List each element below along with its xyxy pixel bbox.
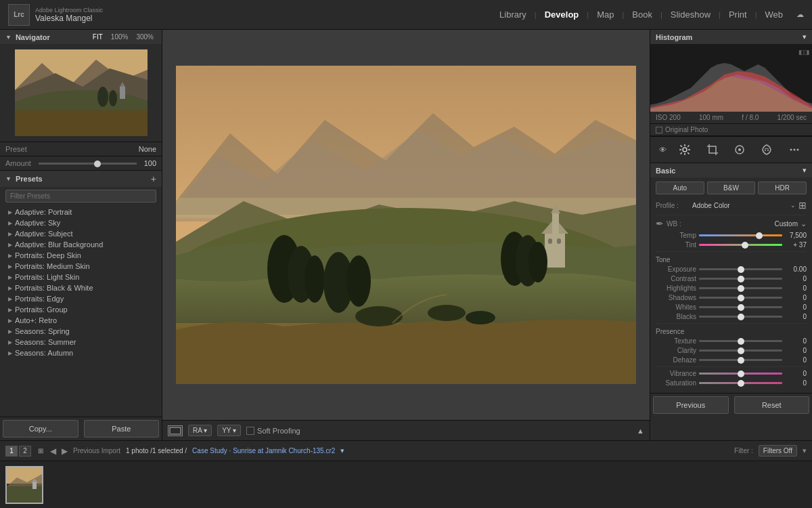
shadows-slider[interactable] — [699, 297, 782, 299]
list-item[interactable]: ▶ Portraits: Edgy — [0, 293, 162, 304]
vibrance-slider[interactable] — [699, 373, 782, 375]
texture-thumb[interactable] — [738, 338, 744, 345]
paste-button[interactable]: Paste — [84, 420, 160, 438]
soft-proofing-checkbox[interactable] — [246, 427, 254, 435]
saturation-slider[interactable] — [699, 382, 782, 384]
exposure-slider[interactable] — [699, 268, 782, 270]
page-numbers: 1 2 — [5, 446, 31, 457]
list-item[interactable]: ▶ Adaptive: Blur Background — [0, 239, 162, 250]
contrast-thumb[interactable] — [738, 276, 744, 282]
nav-map[interactable]: Map — [590, 7, 621, 22]
crop-tool-icon[interactable] — [704, 141, 721, 158]
exposure-thumb[interactable] — [738, 266, 744, 273]
list-item[interactable]: ▶ Portraits: Group — [0, 304, 162, 315]
list-item[interactable]: ▶ Portraits: Black & White — [0, 282, 162, 293]
texture-label: Texture — [656, 337, 696, 345]
toolbar-expand-button[interactable]: ▲ — [637, 427, 644, 435]
wb-dropdown-icon[interactable]: ⌄ — [800, 219, 807, 228]
list-item[interactable]: ▶ Adaptive: Portrait — [0, 207, 162, 217]
vibrance-thumb[interactable] — [738, 371, 744, 377]
previous-button[interactable]: Previous — [653, 396, 729, 414]
grid-view-button[interactable]: ⊞ — [37, 446, 45, 456]
case-study-link[interactable]: Case Study · Sunrise at Jamnik Church-13… — [192, 447, 335, 454]
zoom-fit[interactable]: FIT — [90, 33, 106, 41]
whites-thumb[interactable] — [738, 304, 744, 311]
list-item[interactable]: ▶ Seasons: Spring — [0, 326, 162, 337]
shadows-thumb[interactable] — [738, 295, 744, 301]
hdr-button[interactable]: HDR — [758, 182, 807, 194]
list-item[interactable]: ▶ Portraits: Deep Skin — [0, 250, 162, 261]
original-photo-checkbox[interactable] — [656, 127, 662, 133]
nav-print[interactable]: Print — [722, 7, 754, 22]
presets-header[interactable]: ▼ Presets + — [0, 171, 162, 187]
dehaze-slider[interactable] — [699, 359, 782, 361]
copy-button[interactable]: Copy... — [3, 420, 78, 438]
basic-header[interactable]: Basic ▾ — [650, 163, 812, 177]
nav-slideshow[interactable]: Slideshow — [664, 7, 717, 22]
tint-slider[interactable] — [699, 244, 782, 246]
temp-slider[interactable] — [699, 234, 782, 236]
dehaze-thumb[interactable] — [738, 357, 744, 364]
filter-arrow[interactable]: ▾ — [803, 446, 807, 455]
prev-nav-button[interactable]: ◀ — [50, 446, 56, 456]
zoom-100[interactable]: 100% — [108, 33, 131, 41]
mask-tool-icon[interactable] — [758, 141, 775, 158]
filmstrip-thumbnail[interactable] — [5, 466, 43, 504]
yy-button[interactable]: YY ▾ — [217, 425, 241, 436]
svg-point-8 — [97, 87, 108, 107]
blacks-thumb[interactable] — [738, 314, 744, 320]
list-item[interactable]: ▶ Portraits: Light Skin — [0, 272, 162, 282]
list-item[interactable]: ▶ Portraits: Medium Skin — [0, 261, 162, 272]
next-nav-button[interactable]: ▶ — [62, 446, 68, 456]
profile-grid-icon[interactable]: ⊞ — [798, 200, 807, 211]
list-item[interactable]: ▶ Adaptive: Subject — [0, 228, 162, 239]
ratio-button[interactable]: RA ▾ — [188, 425, 212, 436]
nav-library[interactable]: Library — [493, 7, 533, 22]
navigator-header[interactable]: ▼ Navigator FIT 100% 300% — [0, 30, 162, 44]
profile-dropdown[interactable]: ⌄ — [790, 202, 796, 209]
healing-tool-icon[interactable] — [731, 141, 748, 158]
saturation-thumb[interactable] — [738, 380, 744, 387]
basic-chevron: ▾ — [803, 166, 807, 175]
clarity-slider[interactable] — [699, 350, 782, 352]
amount-slider[interactable] — [39, 163, 137, 165]
nav-develop[interactable]: Develop — [538, 7, 586, 22]
list-item[interactable]: ▶ Seasons: Autumn — [0, 347, 162, 358]
highlights-slider[interactable] — [699, 287, 782, 289]
whites-slider[interactable] — [699, 306, 782, 308]
blacks-slider[interactable] — [699, 316, 782, 318]
vibrance-label: Vibrance — [656, 370, 696, 377]
list-item[interactable]: ▶ Auto+: Retro — [0, 315, 162, 326]
contrast-slider[interactable] — [699, 278, 782, 280]
page-2[interactable]: 2 — [19, 446, 31, 457]
clarity-thumb[interactable] — [738, 347, 744, 354]
soft-proofing-toggle[interactable]: Soft Proofing — [246, 427, 300, 435]
frame-button[interactable] — [168, 425, 183, 436]
list-item[interactable]: ▶ Adaptive: Sky — [0, 217, 162, 228]
bw-button[interactable]: B&W — [707, 182, 756, 194]
preset-value: None — [139, 145, 156, 153]
highlights-thumb[interactable] — [738, 285, 744, 292]
reset-button[interactable]: Reset — [734, 396, 810, 414]
more-tools-icon[interactable] — [786, 141, 803, 158]
auto-button[interactable]: Auto — [656, 182, 704, 194]
settings-tool-icon[interactable] — [676, 141, 694, 158]
amount-thumb[interactable] — [94, 161, 101, 167]
wb-eyedropper-icon[interactable]: ✒ — [656, 218, 664, 229]
page-1[interactable]: 1 — [5, 446, 18, 457]
temp-thumb[interactable] — [756, 232, 763, 239]
zoom-300[interactable]: 300% — [133, 33, 156, 41]
presets-add-button[interactable]: + — [151, 173, 156, 184]
nav-book[interactable]: Book — [625, 7, 659, 22]
case-study-dropdown[interactable]: ▾ — [340, 446, 344, 455]
tint-thumb[interactable] — [742, 242, 748, 249]
user-name[interactable]: Valeska Mangel — [35, 14, 103, 23]
presets-search-input[interactable] — [5, 190, 156, 203]
filter-dropdown[interactable]: Filters Off — [759, 445, 797, 457]
nav-web[interactable]: Web — [759, 7, 790, 22]
list-item[interactable]: ▶ Seasons: Summer — [0, 337, 162, 347]
histogram-header[interactable]: Histogram ▾ — [650, 30, 812, 44]
texture-slider[interactable] — [699, 340, 782, 342]
visibility-icon[interactable]: 👁 — [659, 146, 667, 154]
cloud-icon[interactable]: ☁ — [796, 10, 804, 19]
